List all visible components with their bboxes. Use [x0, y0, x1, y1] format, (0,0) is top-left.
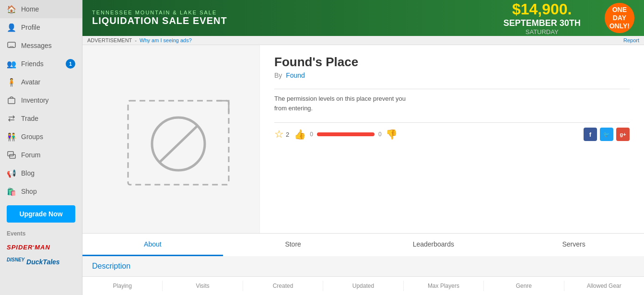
svg-rect-3	[10, 154, 15, 158]
vote-progress-bar	[317, 132, 375, 136]
sidebar-label-shop: Shop	[21, 188, 75, 195]
ad-title: LIQUIDATION SALE EVENT	[92, 15, 227, 26]
place-title: Found's Place	[274, 55, 630, 70]
stat-updated: Updated	[323, 281, 403, 291]
stats-row: Playing Visits Created Updated Max Playe…	[82, 276, 644, 295]
spiderman-event[interactable]: SPIDER•MAN	[0, 240, 82, 254]
twitter-share-button[interactable]: 🐦	[600, 128, 613, 141]
ad-date: SEPTEMBER 30TH	[503, 18, 581, 28]
why-ads-link[interactable]: Why am I seeing ads?	[140, 37, 192, 43]
stat-visits: Visits	[163, 281, 243, 291]
sidebar-item-inventory[interactable]: Inventory	[0, 91, 82, 109]
divider-top	[274, 89, 630, 89]
stat-allowed-gear: Allowed Gear	[564, 281, 644, 291]
sidebar-label-trade: Trade	[21, 115, 75, 122]
divider-bottom	[274, 122, 630, 123]
sidebar-label-home: Home	[21, 5, 75, 13]
place-author-link[interactable]: Found	[286, 71, 305, 79]
events-label: Events	[0, 227, 82, 240]
stat-genre: Genre	[484, 281, 564, 291]
sidebar-item-shop[interactable]: 🛍️ Shop	[0, 182, 82, 201]
place-permission-text: The permission levels on this place prev…	[274, 94, 409, 113]
sidebar-item-avatar[interactable]: 🧍 Avatar	[0, 73, 82, 91]
sidebar-label-messages: Messages	[21, 42, 75, 49]
sidebar-label-profile: Profile	[21, 24, 75, 31]
place-header: Found's Place By Found The permission le…	[82, 45, 644, 233]
spiderman-logo: SPIDER•MAN	[7, 244, 50, 251]
tab-servers[interactable]: Servers	[503, 234, 644, 256]
description-title: Description	[92, 262, 130, 270]
stat-playing: Playing	[82, 281, 163, 291]
thumbs-up-button[interactable]: 👍	[294, 129, 306, 140]
sidebar-item-profile[interactable]: 👤 Profile	[0, 18, 82, 36]
favorite-button[interactable]: ☆ 2	[274, 128, 289, 141]
sidebar-item-blog[interactable]: 📢 Blog	[0, 164, 82, 182]
star-count: 2	[286, 131, 289, 138]
stat-created: Created	[243, 281, 323, 291]
tab-store[interactable]: Store	[223, 234, 363, 256]
messages-icon	[7, 41, 16, 50]
sidebar-item-home[interactable]: 🏠 Home	[0, 0, 82, 18]
place-actions: ☆ 2 👍 0 0 👎 f	[274, 128, 630, 141]
vote-bar: 👍 0 0 👎	[294, 129, 397, 140]
inventory-icon	[7, 95, 16, 105]
upgrade-button[interactable]: Upgrade Now	[7, 205, 75, 223]
trade-icon	[7, 114, 16, 123]
thumb-up-count: 0	[310, 131, 313, 138]
place-by: By Found	[274, 71, 630, 79]
svg-rect-1	[8, 98, 15, 104]
friends-badge: 1	[66, 59, 75, 69]
place-thumbnail	[82, 45, 260, 233]
stat-max-players: Max Players	[404, 281, 484, 291]
home-icon: 🏠	[7, 4, 16, 14]
sidebar-label-avatar: Avatar	[21, 78, 75, 86]
sidebar-label-friends: Friends	[21, 60, 61, 68]
tab-leaderboards[interactable]: Leaderboards	[363, 234, 504, 256]
no-image-placeholder	[123, 96, 219, 182]
sidebar-item-friends[interactable]: 👥 Friends 1	[0, 55, 82, 73]
sidebar-item-messages[interactable]: Messages	[0, 36, 82, 55]
tab-about[interactable]: About	[82, 234, 223, 256]
tabs-bar: About Store Leaderboards Servers	[82, 233, 644, 256]
thumbs-down-button[interactable]: 👎	[386, 129, 398, 140]
ad-subtitle: TENNESSEE MOUNTAIN & LAKE SALE	[92, 10, 227, 15]
ducktales-event[interactable]: DISNEY DuckTales	[0, 254, 82, 269]
profile-icon: 👤	[7, 23, 16, 32]
report-link[interactable]: Report	[623, 37, 639, 43]
ad-date-section: $14,900. SEPTEMBER 30TH SATURDAY	[494, 0, 590, 36]
sidebar-label-inventory: Inventory	[21, 96, 75, 104]
ad-oneday-badge: ONE DAY ONLY!	[605, 3, 634, 33]
main-content: TENNESSEE MOUNTAIN & LAKE SALE LIQUIDATI…	[82, 0, 644, 295]
sidebar-label-forum: Forum	[21, 151, 75, 159]
facebook-share-button[interactable]: f	[584, 128, 597, 141]
forum-icon	[7, 150, 16, 160]
svg-line-6	[160, 126, 198, 162]
sidebar-item-trade[interactable]: Trade	[0, 109, 82, 128]
thumb-down-count: 0	[378, 131, 382, 138]
sidebar-item-forum[interactable]: Forum	[0, 146, 82, 164]
description-section: Description	[82, 256, 644, 276]
googleplus-share-button[interactable]: g+	[616, 128, 630, 141]
star-icon: ☆	[274, 128, 284, 141]
content-area: Found's Place By Found The permission le…	[82, 45, 644, 295]
sidebar-label-groups: Groups	[21, 133, 75, 141]
ducktales-logo: DISNEY DuckTales	[7, 258, 60, 266]
ad-price: $14,900.	[503, 0, 581, 18]
sidebar-item-groups[interactable]: 👫 Groups	[0, 128, 82, 146]
svg-rect-2	[8, 152, 13, 156]
blog-icon: 📢	[7, 168, 16, 178]
ad-banner: TENNESSEE MOUNTAIN & LAKE SALE LIQUIDATI…	[82, 0, 644, 36]
ad-footer: ADVERTISEMENT - Why am I seeing ads? Rep…	[82, 36, 644, 45]
groups-icon: 👫	[7, 132, 16, 142]
sidebar-label-blog: Blog	[21, 169, 75, 177]
ad-text: TENNESSEE MOUNTAIN & LAKE SALE LIQUIDATI…	[82, 5, 237, 31]
avatar-icon: 🧍	[7, 77, 16, 87]
friends-icon: 👥	[7, 59, 16, 69]
ad-footer-label: ADVERTISEMENT - Why am I seeing ads?	[87, 37, 192, 43]
ad-day: SATURDAY	[503, 28, 581, 35]
no-image-svg	[123, 96, 238, 192]
social-buttons: f 🐦 g+	[584, 128, 630, 141]
sidebar: 🏠 Home 👤 Profile Messages 👥 Friends 1 🧍 …	[0, 0, 82, 295]
place-info: Found's Place By Found The permission le…	[260, 45, 644, 233]
shop-icon: 🛍️	[7, 187, 16, 196]
